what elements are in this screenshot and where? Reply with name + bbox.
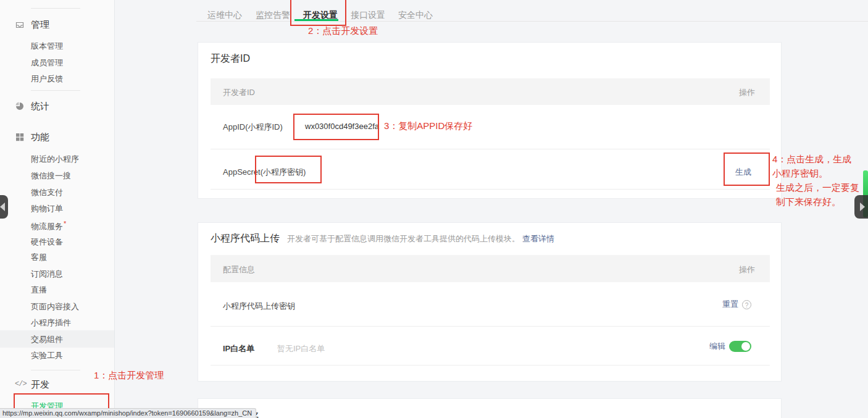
- wechat-miniprogram-admin-page: 管理 版本管理 成员管理 用户反馈 统计 功能 附近的小程序 微信搜一搜 微信支…: [0, 0, 868, 418]
- sidebar-divider: [31, 370, 80, 370]
- appid-label: AppID(小程序ID): [223, 122, 283, 133]
- tab-security-center[interactable]: 安全中心: [398, 10, 433, 21]
- edit-button[interactable]: 编辑: [709, 341, 725, 352]
- sidebar-item-customer-service[interactable]: 客服: [31, 252, 47, 263]
- ip-whitelist-toggle[interactable]: [729, 341, 751, 352]
- sidebar-item-page-content-access[interactable]: 页面内容接入: [31, 301, 79, 312]
- developer-id-title: 开发者ID: [211, 52, 250, 65]
- sidebar-group-statistics[interactable]: 统计: [31, 101, 49, 112]
- sidebar-item-version-management[interactable]: 版本管理: [31, 41, 63, 52]
- chevron-right-icon: [860, 203, 865, 211]
- ip-whitelist-actions: 编辑: [709, 341, 751, 352]
- code-icon: </>: [15, 380, 25, 390]
- collapse-right-handle[interactable]: [854, 195, 868, 219]
- server-domain-card: 服务器域名: [198, 398, 782, 418]
- col-config-info: 配置信息: [223, 264, 255, 275]
- sidebar-item-hardware-devices[interactable]: 硬件设备: [31, 236, 63, 248]
- appid-value: wx030f0cd49f3ee2fa: [305, 122, 379, 131]
- new-badge-asterisk: *: [64, 220, 66, 227]
- annotation-step4: 4：点击生成，生成 小程序密钥。 生成之后，一定要复 制下来保存好。: [772, 152, 859, 209]
- developer-id-table-header: 开发者ID 操作: [211, 78, 770, 105]
- code-upload-title: 小程序代码上传: [211, 232, 280, 245]
- code-upload-table-header: 配置信息 操作: [211, 255, 770, 282]
- annotation-step4-line1: 4：点击生成，生成: [772, 152, 859, 166]
- appsecret-label: AppSecret(小程序密钥): [223, 167, 306, 178]
- sidebar-item-logistics-service[interactable]: 物流服务*: [31, 220, 66, 232]
- code-upload-subtitle: 开发者可基于配置信息调用微信开发者工具提供的代码上传模块。: [287, 233, 520, 245]
- sidebar-item-shopping-orders[interactable]: 购物订单: [31, 203, 63, 214]
- upload-key-actions: 重置 ?: [722, 299, 751, 310]
- view-details-link[interactable]: 查看详情: [522, 233, 554, 245]
- sidebar-group-features[interactable]: 功能: [31, 132, 49, 143]
- annotation-step4-line2: 小程序密钥。: [772, 166, 859, 180]
- sidebar-item-experiment-tools[interactable]: 实验工具: [31, 350, 63, 361]
- sidebar-group-management[interactable]: 管理: [31, 19, 49, 31]
- row-divider: [211, 189, 770, 190]
- sidebar-item-label: 物流服务: [31, 222, 63, 231]
- sidebar-item-member-management[interactable]: 成员管理: [31, 57, 63, 69]
- grid-icon: [15, 132, 25, 142]
- ip-whitelist-label: IP白名单: [223, 343, 254, 354]
- help-question-icon[interactable]: ?: [742, 300, 751, 309]
- inbox-icon: [15, 20, 25, 30]
- sidebar-group-development[interactable]: 开发: [31, 379, 49, 391]
- chevron-left-icon: [0, 203, 5, 211]
- sidebar-item-user-feedback[interactable]: 用户反馈: [31, 73, 63, 85]
- col-action: 操作: [739, 87, 755, 98]
- code-upload-card: 小程序代码上传 开发者可基于配置信息调用微信开发者工具提供的代码上传模块。 查看…: [198, 222, 782, 382]
- upload-key-label: 小程序代码上传密钥: [223, 301, 295, 312]
- sidebar-item-wechat-pay[interactable]: 微信支付: [31, 187, 63, 198]
- sidebar: 管理 版本管理 成员管理 用户反馈 统计 功能 附近的小程序 微信搜一搜 微信支…: [0, 0, 115, 418]
- toggle-knob: [741, 342, 750, 351]
- annotation-step1: 1：点击开发管理: [94, 370, 164, 382]
- row-divider: [211, 326, 770, 327]
- annotation-step4-line4: 制下来保存好。: [776, 194, 859, 209]
- row-divider: [211, 365, 770, 366]
- pie-chart-icon: [15, 101, 25, 111]
- tab-monitor-alerts[interactable]: 监控告警: [256, 10, 290, 21]
- sidebar-divider: [31, 8, 80, 9]
- reset-button[interactable]: 重置: [722, 299, 738, 310]
- sidebar-item-live[interactable]: 直播: [31, 285, 47, 296]
- sidebar-item-wechat-search[interactable]: 微信搜一搜: [31, 170, 71, 182]
- col-developer-id: 开发者ID: [223, 87, 255, 98]
- tab-api-settings[interactable]: 接口设置: [351, 10, 385, 21]
- browser-status-url: https://mp.weixin.qq.com/wxamp/minishop/…: [0, 408, 256, 418]
- ip-whitelist-value: 暂无IP白名单: [277, 343, 325, 354]
- annotation-step2: 2：点击开发设置: [308, 25, 378, 37]
- developer-id-card: 开发者ID 开发者ID 操作 AppID(小程序ID) wx030f0cd49f…: [198, 42, 782, 199]
- sidebar-divider: [31, 90, 80, 91]
- collapse-left-handle[interactable]: [0, 195, 8, 219]
- row-divider: [211, 149, 770, 149]
- sidebar-item-miniprogram-plugin[interactable]: 小程序插件: [31, 317, 71, 328]
- tab-ops-center[interactable]: 运维中心: [207, 10, 242, 21]
- tabbar-divider: [196, 21, 868, 22]
- sidebar-item-trade-component[interactable]: 交易组件: [31, 334, 63, 345]
- sidebar-item-nearby-miniprogram[interactable]: 附近的小程序: [31, 154, 79, 165]
- annotation-step4-line3: 生成之后，一定要复: [776, 180, 859, 194]
- annotation-step3: 3：复制APPID保存好: [384, 120, 472, 132]
- sidebar-item-subscribe-message[interactable]: 订阅消息: [31, 269, 63, 280]
- generate-appsecret-button[interactable]: 生成: [735, 167, 751, 178]
- col-action: 操作: [739, 264, 755, 275]
